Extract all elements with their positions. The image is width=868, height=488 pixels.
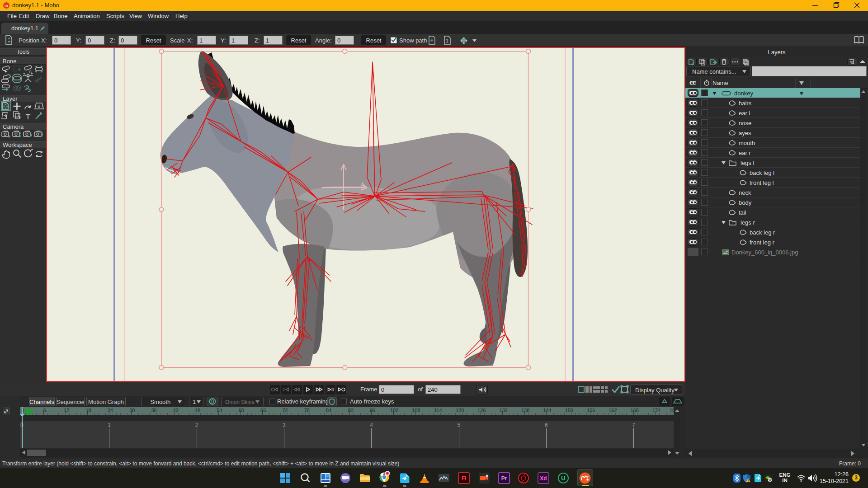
svg-text:1: 1 <box>446 38 448 43</box>
svg-text:Pr: Pr <box>501 475 507 482</box>
svg-text:U: U <box>561 475 565 482</box>
svg-text:Fl: Fl <box>462 475 467 482</box>
svg-text:Xd: Xd <box>540 475 547 482</box>
svg-text:m: m <box>5 3 8 8</box>
svg-text:T: T <box>26 113 31 121</box>
